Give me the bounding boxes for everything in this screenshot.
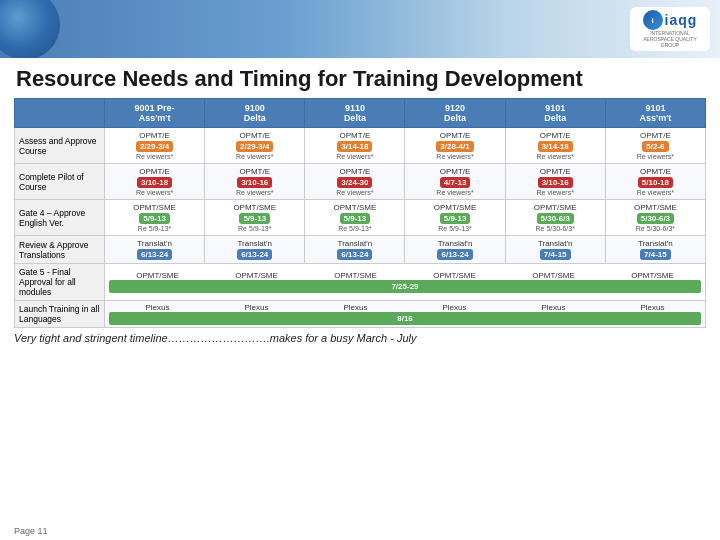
page-title: Resource Needs and Timing for Training D… xyxy=(0,58,720,98)
col-header-9100: 9100Delta xyxy=(205,99,305,128)
table-header-row: 9001 Pre-Ass'm't 9100Delta 9110Delta 912… xyxy=(15,99,706,128)
cell-pilot-9110: OPMT/E 3/24-30 Re viewers* xyxy=(305,164,405,200)
cell-trans-9101a: Translat'n 7/4-15 xyxy=(605,236,705,264)
logo-text: iaqg xyxy=(665,12,698,28)
table-row: Gate 4 – Approve English Ver. OPMT/SME 5… xyxy=(15,200,706,236)
cell-assess-9001: OPMT/E 2/29-3/4 Re viewers* xyxy=(105,128,205,164)
main-table-container: 9001 Pre-Ass'm't 9100Delta 9110Delta 912… xyxy=(0,98,720,328)
row-label-gate5: Gate 5 - Final Approval for all modules xyxy=(15,264,105,301)
cell-assess-9101a: OPMT/E 5/2-6 Re viewers* xyxy=(605,128,705,164)
resource-timing-table: 9001 Pre-Ass'm't 9100Delta 9110Delta 912… xyxy=(14,98,706,328)
cell-assess-9120: OPMT/E 3/28-4/1 Re viewers* xyxy=(405,128,505,164)
row-label-gate4: Gate 4 – Approve English Ver. xyxy=(15,200,105,236)
cell-trans-9110: Translat'n 6/13-24 xyxy=(305,236,405,264)
cell-gate4-9101a: OPMT/SME 5/30-6/3 Re 5/30-6/3* xyxy=(605,200,705,236)
launch-date-bar-cell: Plexus Plexus Plexus Plexus Plexus Plexu… xyxy=(105,301,706,328)
row-label-assess: Assess and Approve Course xyxy=(15,128,105,164)
cell-trans-9120: Translat'n 6/13-24 xyxy=(405,236,505,264)
cell-assess-9110: OPMT/E 3/14-18 Re viewers* xyxy=(305,128,405,164)
table-row: Gate 5 - Final Approval for all modules … xyxy=(15,264,706,301)
col-header-9101a: 9101Ass'm't xyxy=(605,99,705,128)
col-header-9110: 9110Delta xyxy=(305,99,405,128)
gate5-date-bar: 7/25-29 xyxy=(109,280,701,293)
launch-date-bar: 8/16 xyxy=(109,312,701,325)
cell-trans-9100: Translat'n 6/13-24 xyxy=(205,236,305,264)
cell-pilot-9120: OPMT/E 4/7-13 Re viewers* xyxy=(405,164,505,200)
header: i iaqg INTERNATIONAL AEROSPACE QUALITY G… xyxy=(0,0,720,58)
cell-gate4-9101d: OPMT/SME 5/30-6/3 Re 5/30-6/3* xyxy=(505,200,605,236)
cell-gate4-9110: OPMT/SME 5/9-13 Re 5/9-13* xyxy=(305,200,405,236)
cell-gate4-9100: OPMT/SME 5/9-13 Re 5/9-13* xyxy=(205,200,305,236)
row-label-pilot: Complete Pilot of Course xyxy=(15,164,105,200)
table-row: Assess and Approve Course OPMT/E 2/29-3/… xyxy=(15,128,706,164)
cell-pilot-9101d: OPMT/E 3/10-16 Re viewers* xyxy=(505,164,605,200)
cell-gate4-9120: OPMT/SME 5/9-13 Re 5/9-13* xyxy=(405,200,505,236)
col-header-label xyxy=(15,99,105,128)
bottom-note: Very tight and stringent timeline…………………… xyxy=(0,328,720,348)
cell-pilot-9001: OPMT/E 3/10-18 Re viewers* xyxy=(105,164,205,200)
logo-subtitle: INTERNATIONAL AEROSPACE QUALITY GROUP xyxy=(636,30,704,48)
cell-assess-9101d: OPMT/E 3/14-18 Re viewers* xyxy=(505,128,605,164)
col-header-9120: 9120Delta xyxy=(405,99,505,128)
row-label-launch: Launch Training in all Languages xyxy=(15,301,105,328)
col-header-9001: 9001 Pre-Ass'm't xyxy=(105,99,205,128)
table-row: Complete Pilot of Course OPMT/E 3/10-18 … xyxy=(15,164,706,200)
page-number: Page 11 xyxy=(14,526,48,536)
cell-gate4-9001: OPMT/SME 5/9-13 Re 5/9-13* xyxy=(105,200,205,236)
cell-pilot-9100: OPMT/E 3/10-16 Re viewers* xyxy=(205,164,305,200)
cell-assess-9100: OPMT/E 2/29-3/4 Re viewers* xyxy=(205,128,305,164)
table-row: Review & Approve Translations Translat'n… xyxy=(15,236,706,264)
cell-trans-9001: Translat'n 6/13-24 xyxy=(105,236,205,264)
col-header-9101d: 9101Delta xyxy=(505,99,605,128)
cell-pilot-9101a: OPMT/E 5/10-18 Re viewers* xyxy=(605,164,705,200)
cell-trans-9101d: Translat'n 7/4-15 xyxy=(505,236,605,264)
gate5-date-bar-cell: OPMT/SME OPMT/SME OPMT/SME OPMT/SME OPMT… xyxy=(105,264,706,301)
globe-decoration xyxy=(0,0,60,58)
logo-circle-icon: i xyxy=(643,10,663,30)
row-label-translations: Review & Approve Translations xyxy=(15,236,105,264)
logo-area: i iaqg INTERNATIONAL AEROSPACE QUALITY G… xyxy=(630,5,710,53)
table-row: Launch Training in all Languages Plexus … xyxy=(15,301,706,328)
